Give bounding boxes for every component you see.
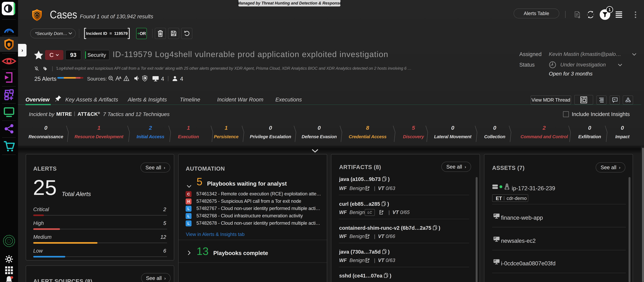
svg-text:A: A	[119, 76, 122, 80]
